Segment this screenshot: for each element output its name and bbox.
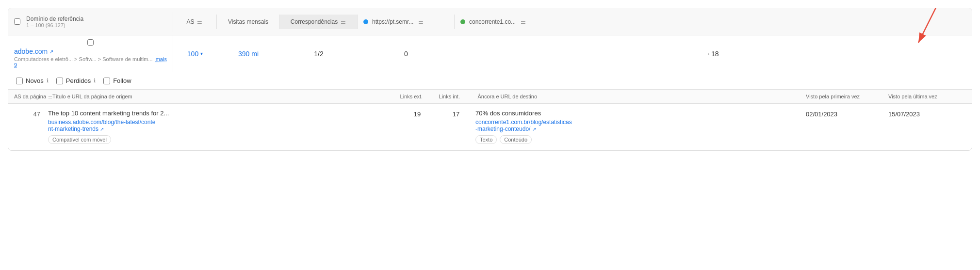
row1-page-url[interactable]: business.adobe.com/blog/the-latest/conte… [48,119,392,132]
perdidos-label: Perdidos [66,77,91,84]
perdidos-info-icon[interactable]: ℹ [94,78,96,84]
concorrente-chevron: › [707,51,709,57]
select-all-checkbox[interactable] [14,18,20,25]
row1-anchor-tags: Texto Conteúdo [475,135,800,144]
novos-info-icon[interactable]: ℹ [47,78,49,84]
semr-header: https://pt.semr... ⚌ [358,15,455,29]
row1-url-external-icon: ↗ [100,127,104,132]
semr-dot [363,19,368,24]
sub-as-header: AS da página ⚌ [14,94,52,99]
adobe-visits-cell: 390 mi [217,46,280,62]
row1-visto2: 15/07/2023 [888,110,966,118]
follow-checkbox[interactable] [103,78,110,84]
row1-linksext: 19 [398,110,437,118]
domain-col-title: Domínio de referência [26,16,83,22]
adobe-corresp-value: 1/2 [314,50,323,58]
adobe-domain-cell: adobe.com ↗ Computadores e eletrô... > S… [8,35,173,72]
as-filter-icon[interactable]: ⚌ [196,18,203,25]
sub-header-row: AS da página ⚌ Título e URL da página de… [8,90,972,104]
adobe-visits-value: 390 mi [238,50,259,58]
domain-header: Domínio de referência 1 – 100 (96.127) [8,12,173,32]
visits-col-label: Visitas mensais [228,18,268,25]
adobe-semr-value: 0 [404,50,408,58]
main-header: Domínio de referência 1 – 100 (96.127) A… [8,8,972,35]
row1-tag: Compatível com móvel [48,135,111,144]
adobe-semr-cell: 0 [358,46,455,62]
row1-anchor-tag2: Conteúdo [500,135,532,144]
row1-linksint: 17 [437,110,475,118]
adobe-as-value: 100 ▾ [187,50,203,58]
sub-linksint-header: Links int. [439,94,478,99]
adobe-concorrente-cell: › 18 [455,46,972,62]
row1-page-title: The top 10 content marketing trends for … [48,110,392,117]
adobe-concorrente-value: › 18 [707,50,719,58]
concorrente-dot [460,19,465,24]
filter-row: Novos ℹ Perdidos ℹ Follow [8,72,972,90]
perdidos-checkbox[interactable] [56,78,63,84]
concorrente-header: concorrente1.co... ⚌ [455,15,972,29]
follow-label: Follow [113,77,131,84]
corresp-header: Correspondências ⚌ [280,15,358,29]
adobe-as-cell: 100 ▾ [173,46,217,62]
adobe-checkbox[interactable] [14,39,167,46]
adobe-breadcrumb: Computadores e eletrô... > Softw... > So… [14,56,167,68]
row1-anchor-tag1: Texto [475,135,497,144]
data-row-1: 47 The top 10 content marketing trends f… [8,104,972,150]
row1-title: The top 10 content marketing trends for … [48,110,398,144]
sub-title-header: Título e URL da página de origem [52,94,400,99]
adobe-external-icon: ↗ [49,49,53,54]
row1-anchor-url[interactable]: concorrente1.com.br/blog/estatisticas-ma… [475,119,800,132]
sub-visto1-header: Visto pela primeira vez [806,94,888,99]
row1-anchor-external-icon: ↗ [532,127,536,132]
row1-anchor: 70% dos consumidores concorrente1.com.br… [475,110,806,144]
row1-anchor-text: 70% dos consumidores [475,110,800,117]
visits-header: Visitas mensais [217,15,280,29]
perdidos-filter[interactable]: Perdidos ℹ [56,77,96,84]
sub-visto2-header: Visto pela última vez [888,94,966,99]
as-header: AS ⚌ [173,15,217,29]
adobe-corresp-cell: 1/2 [280,46,358,62]
novos-filter[interactable]: Novos ℹ [16,77,49,84]
domain-range: 1 – 100 (96.127) [26,22,83,28]
corresp-filter-icon[interactable]: ⚌ [340,18,346,25]
novos-label: Novos [26,77,44,84]
follow-filter[interactable]: Follow [103,77,131,84]
adobe-link[interactable]: adobe.com ↗ [14,48,167,55]
adobe-row: adobe.com ↗ Computadores e eletrô... > S… [8,35,972,72]
row1-visto1: 02/01/2023 [806,110,888,118]
novos-checkbox[interactable] [16,78,23,84]
as-sub-filter-icon[interactable]: ⚌ [48,94,52,99]
semr-url-label: https://pt.semr... [372,18,413,25]
concorrente-filter-icon[interactable]: ⚌ [520,18,526,25]
sub-anchor-header: Âncora e URL de destino [478,94,806,99]
semr-filter-icon[interactable]: ⚌ [417,18,424,25]
corresp-col-label: Correspondências [291,18,338,25]
as-chevron-down[interactable]: ▾ [200,51,203,56]
concorrente-url-label: concorrente1.co... [469,18,516,25]
row1-as: 47 [14,110,48,118]
as-col-label: AS [186,18,194,25]
sub-linksext-header: Links ext. [400,94,439,99]
